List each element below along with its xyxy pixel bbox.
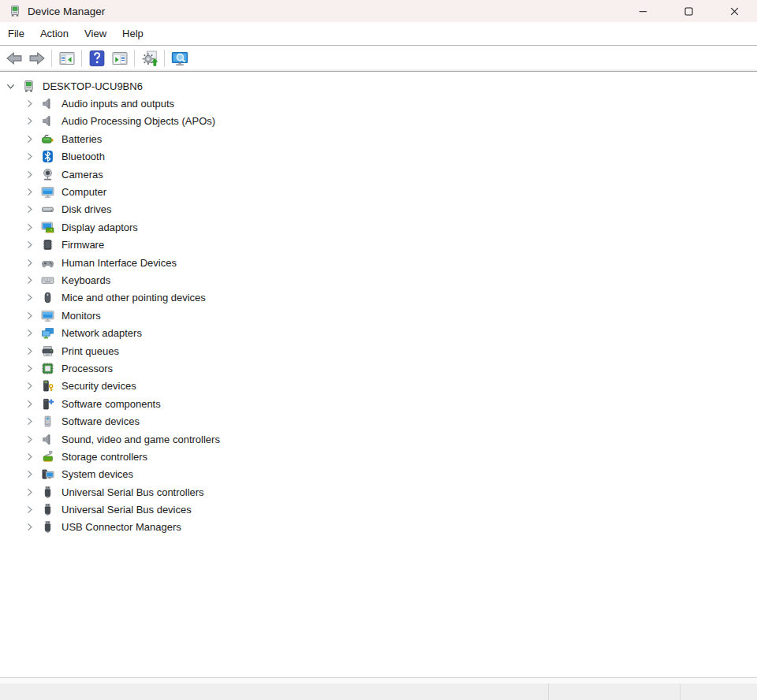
tree-item[interactable]: Computer: [0, 183, 757, 200]
tree-item[interactable]: Sound, video and game controllers: [0, 430, 757, 448]
chevron-right-icon[interactable]: [24, 169, 35, 180]
chevron-right-icon[interactable]: [24, 222, 35, 233]
chevron-right-icon[interactable]: [24, 99, 35, 109]
menu-file[interactable]: File: [0, 22, 32, 45]
chevron-right-icon[interactable]: [24, 399, 35, 409]
tree-item[interactable]: Disk drives: [0, 201, 757, 218]
tree-item[interactable]: Processors: [0, 359, 757, 377]
tree-item-label[interactable]: Disk drives: [62, 203, 112, 215]
battery-icon: [41, 132, 54, 146]
tree-item-label[interactable]: System devices: [62, 468, 133, 480]
chevron-down-icon[interactable]: [6, 81, 16, 91]
tree-item-label[interactable]: Firmware: [62, 239, 104, 251]
help-button[interactable]: [85, 48, 108, 69]
chevron-right-icon[interactable]: [24, 275, 35, 285]
tree-item-label[interactable]: Monitors: [62, 310, 101, 322]
tree-item-label[interactable]: Print queues: [62, 345, 119, 357]
tree-item[interactable]: Print queues: [0, 342, 757, 359]
device-view-button[interactable]: [168, 48, 191, 69]
chevron-right-icon[interactable]: [24, 363, 35, 374]
chevron-right-icon[interactable]: [24, 469, 35, 479]
tree-item[interactable]: Software components: [0, 395, 757, 412]
chevron-right-icon[interactable]: [24, 487, 35, 497]
chevron-right-icon[interactable]: [24, 522, 35, 532]
chevron-right-icon[interactable]: [24, 416, 35, 426]
tree-item-label[interactable]: Cameras: [62, 169, 103, 181]
tree-item-label[interactable]: Mice and other pointing devices: [62, 292, 206, 303]
tree-item-label[interactable]: Sound, video and game controllers: [62, 434, 220, 445]
tree-item[interactable]: USB Connector Managers: [0, 519, 757, 536]
tree-item[interactable]: Mice and other pointing devices: [0, 289, 757, 307]
mouse-icon: [41, 291, 54, 304]
chevron-right-icon[interactable]: [24, 434, 35, 445]
menu-view[interactable]: View: [76, 22, 114, 45]
tree-item-label[interactable]: Audio inputs and outputs: [62, 98, 174, 110]
chevron-right-icon[interactable]: [24, 187, 35, 197]
tree-item[interactable]: Audio Processing Objects (APOs): [0, 113, 757, 130]
forward-button[interactable]: [25, 48, 48, 69]
tree-item-label[interactable]: Network adapters: [62, 327, 142, 339]
tree-item-label[interactable]: Audio Processing Objects (APOs): [62, 115, 215, 127]
chevron-right-icon[interactable]: [24, 311, 35, 321]
tree-item[interactable]: Software devices: [0, 412, 757, 430]
tree-item[interactable]: Storage controllers: [0, 448, 757, 465]
toolbar-separator: [134, 50, 135, 67]
chevron-right-icon[interactable]: [24, 240, 35, 250]
tree-item[interactable]: Bluetooth: [0, 148, 757, 166]
tree-item[interactable]: Display adaptors: [0, 218, 757, 236]
back-button[interactable]: [2, 48, 25, 69]
chevron-right-icon[interactable]: [24, 292, 35, 303]
tree-item-label[interactable]: Processors: [62, 363, 113, 374]
tree-item-label[interactable]: Computer: [62, 186, 106, 198]
tree-item-label[interactable]: Display adaptors: [62, 222, 138, 233]
tree-item[interactable]: Keyboards: [0, 271, 757, 289]
tree-item[interactable]: Monitors: [0, 307, 757, 324]
menu-action[interactable]: Action: [32, 22, 76, 45]
tree-item-label[interactable]: USB Connector Managers: [62, 521, 181, 533]
tree-item-label[interactable]: Universal Serial Bus devices: [62, 504, 192, 516]
tree-item-label[interactable]: Software components: [62, 398, 161, 410]
show-console-tree-button[interactable]: [55, 48, 78, 69]
title-bar: Device Manager: [0, 0, 757, 22]
tree-item-label[interactable]: Software devices: [62, 415, 140, 427]
tree-item-label[interactable]: Keyboards: [62, 274, 110, 286]
tree-item[interactable]: System devices: [0, 466, 757, 483]
chevron-right-icon[interactable]: [24, 134, 35, 144]
tree-item[interactable]: Firmware: [0, 236, 757, 254]
tree-item[interactable]: Human Interface Devices: [0, 254, 757, 271]
tree-item[interactable]: Universal Serial Bus controllers: [0, 483, 757, 501]
tree-item[interactable]: Security devices: [0, 378, 757, 395]
console-tree-icon: [58, 50, 76, 67]
tree-root-computer[interactable]: DESKTOP-UCU9BN6: [0, 77, 757, 95]
chevron-right-icon[interactable]: [24, 381, 35, 391]
chevron-right-icon[interactable]: [24, 116, 35, 126]
tree-item[interactable]: Network adapters: [0, 324, 757, 341]
show-action-pane-button[interactable]: [108, 48, 131, 69]
tree-item[interactable]: Audio inputs and outputs: [0, 95, 757, 112]
monitor-search-icon: [171, 50, 188, 67]
tree-item[interactable]: Batteries: [0, 130, 757, 147]
speaker-icon: [41, 114, 54, 128]
chevron-right-icon[interactable]: [24, 346, 35, 356]
tree-item[interactable]: Cameras: [0, 166, 757, 183]
maximize-button[interactable]: [666, 0, 711, 22]
tree-item-label[interactable]: Bluetooth: [62, 151, 105, 162]
close-button[interactable]: [711, 0, 757, 22]
chevron-right-icon[interactable]: [24, 452, 35, 462]
tree-item-label[interactable]: Storage controllers: [62, 451, 147, 463]
tree-item-label[interactable]: Universal Serial Bus controllers: [62, 486, 204, 498]
chevron-right-icon[interactable]: [24, 328, 35, 338]
tree-item-label[interactable]: Security devices: [62, 380, 136, 392]
tree-root-label[interactable]: DESKTOP-UCU9BN6: [43, 80, 143, 92]
minimize-button[interactable]: [620, 0, 666, 22]
tree-item-label[interactable]: Batteries: [62, 133, 102, 145]
tree-item[interactable]: Universal Serial Bus devices: [0, 501, 757, 518]
chevron-right-icon[interactable]: [24, 258, 35, 268]
menu-help[interactable]: Help: [114, 22, 151, 45]
device-manager-window: Device Manager File Action View Help: [0, 0, 757, 700]
chevron-right-icon[interactable]: [24, 505, 35, 515]
tree-item-label[interactable]: Human Interface Devices: [62, 257, 177, 269]
chevron-right-icon[interactable]: [24, 204, 35, 214]
scan-hardware-changes-button[interactable]: [138, 48, 161, 69]
chevron-right-icon[interactable]: [24, 151, 35, 162]
